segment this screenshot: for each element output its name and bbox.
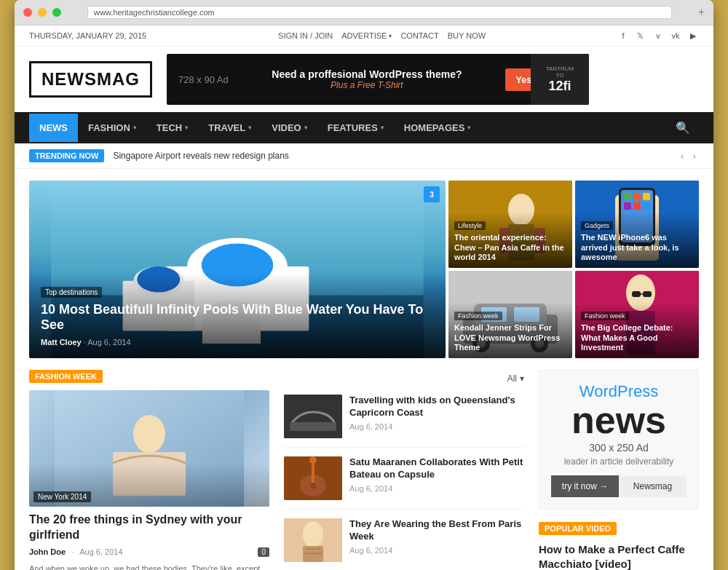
featured-section: FASHION WEEK [29, 370, 269, 570]
sidebar: WordPress news 300 x 250 Ad leader in ar… [539, 370, 699, 570]
svg-rect-41 [284, 395, 342, 438]
svg-rect-17 [624, 193, 631, 200]
svg-point-39 [133, 415, 165, 453]
hero-title: 10 Most Beautifull Infinity Pools With B… [41, 302, 434, 333]
car-title: Kendall Jenner Strips For LOVE Newsmag W… [454, 323, 566, 352]
trending-badge: TRENDING NOW [29, 149, 104, 162]
trending-text: Singapore Airport reveals new redesign p… [113, 151, 668, 161]
tech-chevron: ▾ [185, 124, 188, 131]
gadgets-category: Gadgets [581, 221, 613, 230]
new-tab-button[interactable]: + [698, 6, 705, 19]
wp-ad-label: 300 x 250 Ad [551, 442, 687, 454]
article-list-header: All ▾ [284, 370, 524, 387]
top-nav-links: SIGN IN / JOIN ADVERTISE ▾ CONTACT BUY N… [278, 31, 486, 40]
featured-meta: John Doe · Aug 6, 2014 0 [29, 547, 269, 557]
ad-right-image: TANTRUMTO12fi [531, 54, 589, 105]
trending-next[interactable]: › [689, 150, 699, 162]
hero-category: Top destinations [41, 287, 102, 298]
features-chevron: ▾ [381, 124, 384, 131]
trending-prev[interactable]: ‹ [678, 150, 687, 162]
all-articles-link[interactable]: All ▾ [507, 373, 524, 384]
contact-link[interactable]: CONTACT [400, 31, 438, 40]
popular-video-section: POPULAR VIDEO How to Make a Perfect Caff… [539, 521, 699, 570]
wordpress-ad: WordPress news 300 x 250 Ad leader in ar… [539, 370, 699, 510]
wp-news: news [551, 401, 687, 439]
svg-rect-36 [643, 291, 652, 297]
article-thumb-1 [284, 395, 342, 438]
ad-content: Need a proffesional WordPress theme? Plu… [272, 68, 462, 90]
advertise-chevron: ▾ [389, 33, 392, 39]
popular-badge: POPULAR VIDEO [539, 522, 617, 535]
ad-right-label: TANTRUMTO12fi [546, 66, 574, 94]
nav-item-video[interactable]: VIDEO ▾ [261, 114, 317, 142]
article-info-3: They Are Wearing the Best From Paris Wee… [349, 518, 524, 562]
featured-label: New York 2014 [33, 491, 91, 502]
advertise-link[interactable]: ADVERTISE ▾ [341, 31, 392, 40]
header-ad-banner[interactable]: 728 x 90 Ad Need a proffesional WordPres… [167, 54, 589, 105]
browser-chrome: www.heritagechristiancollege.com + [15, 0, 713, 25]
grid-item-gadgets[interactable]: Gadgets The NEW iPhone6 was arrived just… [575, 181, 699, 268]
svg-rect-21 [633, 202, 641, 210]
section-header: FASHION WEEK [29, 370, 269, 383]
article-title-3: They Are Wearing the Best From Paris Wee… [349, 518, 524, 543]
section-badge: FASHION WEEK [29, 370, 103, 383]
grid-item-fashion[interactable]: Fashion week The Big College Debate: Wha… [575, 271, 699, 358]
page-content: THURSDAY, JANUARY 29, 2015 SIGN IN / JOI… [15, 25, 713, 570]
svg-rect-19 [643, 193, 650, 200]
trending-bar: TRENDING NOW Singapore Airport reveals n… [15, 143, 713, 169]
ad-size-label: 728 x 90 Ad [178, 74, 229, 85]
facebook-icon[interactable]: f [617, 30, 629, 41]
hero-meta: Matt Cloey · Aug 6, 2014 [41, 338, 434, 347]
article-thumb-2 [284, 456, 342, 500]
close-button[interactable] [23, 8, 32, 17]
vk-icon[interactable]: vk [670, 30, 681, 41]
article-title-1: Travelling with kids on Queensland's Cap… [349, 395, 524, 419]
article-date-3: Aug 6, 2014 [349, 546, 524, 555]
svg-rect-18 [633, 193, 641, 200]
minimize-button[interactable] [38, 8, 47, 17]
article-date-2: Aug 6, 2014 [349, 484, 524, 493]
grid-item-car[interactable]: Fashion week Kendall Jenner Strips For L… [448, 271, 572, 358]
signin-link[interactable]: SIGN IN / JOIN [278, 31, 333, 40]
article-list: All ▾ Travelling [284, 370, 524, 570]
popular-title[interactable]: How to Make a Perfect Caffe Macchiato [v… [539, 542, 699, 570]
site-header: NEWSMAG 728 x 90 Ad Need a proffesional … [15, 47, 713, 112]
lifestyle-overlay: Lifestyle The oriental experience: Chew … [448, 212, 572, 268]
article-item-3[interactable]: They Are Wearing the Best From Paris Wee… [284, 518, 524, 570]
hero-main-article[interactable]: 3 Top destinations 10 Most Beautifull In… [29, 181, 446, 358]
nav-item-fashion[interactable]: FASHION ▾ [78, 114, 146, 142]
nav-item-features[interactable]: FEATURES ▾ [317, 114, 394, 142]
lifestyle-title: The oriental experience: Chew – Pan Asia… [454, 233, 566, 262]
article-thumb-3 [284, 518, 342, 562]
gadgets-overlay: Gadgets The NEW iPhone6 was arrived just… [575, 212, 699, 268]
nav-item-travel[interactable]: TRAVEL ▾ [198, 114, 261, 142]
youtube-icon[interactable]: ▶ [687, 30, 699, 41]
article-item-2[interactable]: Satu Maaranen Collaborates With Petit Ba… [284, 456, 524, 510]
nav-item-homepages[interactable]: HOMEPAGES ▾ [394, 114, 481, 142]
fashion-overlay: Fashion week The Big College Debate: Wha… [575, 302, 699, 358]
featured-author: John Doe [29, 547, 66, 556]
grid-item-lifestyle[interactable]: Lifestyle The oriental experience: Chew … [448, 181, 572, 268]
fashion-title: The Big College Debate: What Makes A Goo… [581, 323, 693, 352]
search-button[interactable]: 🔍 [667, 112, 699, 143]
nav-item-news[interactable]: NEWS [29, 114, 78, 142]
homepages-chevron: ▾ [467, 124, 470, 131]
maximize-button[interactable] [52, 8, 61, 17]
buynow-link[interactable]: BUY NOW [448, 31, 486, 40]
site-logo[interactable]: NEWSMAG [29, 61, 152, 98]
url-bar[interactable]: www.heritagechristiancollege.com [87, 6, 672, 19]
hero-overlay: Top destinations 10 Most Beautifull Infi… [29, 273, 446, 358]
featured-title[interactable]: The 20 free things in Sydney with your g… [29, 512, 269, 543]
social-links: f 𝕏 v vk ▶ [617, 30, 699, 41]
wp-cta-button[interactable]: try it now → [551, 475, 619, 497]
hero-badge: 3 [424, 186, 440, 202]
hero-grid: 3 Top destinations 10 Most Beautifull In… [29, 181, 699, 358]
svg-point-47 [309, 456, 317, 464]
twitter-icon[interactable]: 𝕏 [635, 30, 646, 41]
article-item-1[interactable]: Travelling with kids on Queensland's Cap… [284, 395, 524, 448]
featured-image[interactable]: New York 2014 [29, 390, 269, 507]
featured-date: Aug 6, 2014 [79, 547, 122, 556]
nav-item-tech[interactable]: TECH ▾ [146, 114, 198, 142]
ad-title: Need a proffesional WordPress theme? [272, 68, 462, 80]
vimeo-icon[interactable]: v [652, 30, 664, 41]
